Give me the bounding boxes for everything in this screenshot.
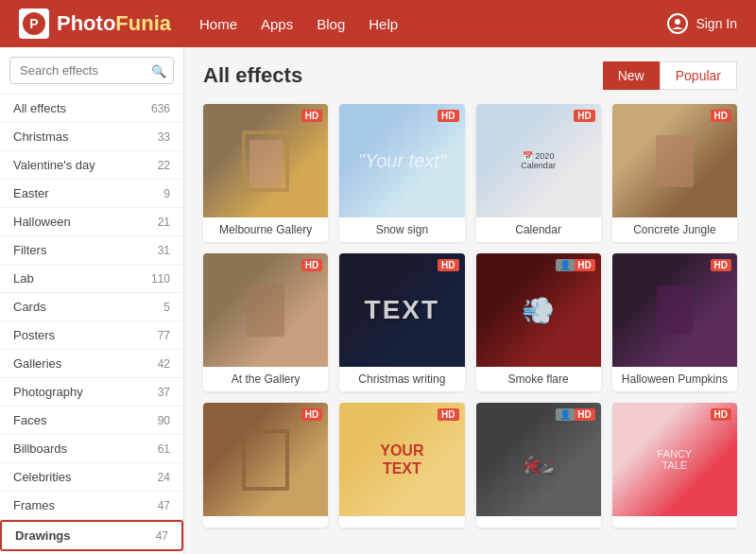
effect-name — [476, 516, 601, 528]
sidebar-count-easter: 9 — [163, 187, 170, 200]
hd-badge: HD — [438, 408, 458, 421]
sidebar-count-galleries: 42 — [158, 357, 170, 371]
sidebar-count-cards: 5 — [163, 301, 170, 314]
filter-popular-button[interactable]: Popular — [660, 61, 737, 90]
effect-name: Halloween Pumpkins — [612, 367, 737, 391]
sidebar-item-drawings[interactable]: Drawings 47 — [0, 520, 183, 551]
user-badge: 👤 — [556, 259, 575, 271]
sidebar-label-filters: Filters — [13, 243, 46, 257]
filter-new-button[interactable]: New — [603, 61, 660, 90]
effect-image-wrapper: HD — [203, 104, 328, 217]
sidebar-item-halloween[interactable]: Halloween 21 — [0, 208, 183, 236]
sidebar-label-faces: Faces — [13, 413, 46, 427]
sidebar-label-photography: Photography — [13, 385, 83, 399]
effect-name — [612, 516, 737, 528]
sidebar-item-christmas[interactable]: Christmas 33 — [0, 123, 183, 151]
logo-text: PhotoFunia — [57, 11, 171, 36]
effect-name — [203, 516, 328, 528]
logo[interactable]: P PhotoFunia — [19, 9, 171, 39]
sidebar-item-filters[interactable]: Filters 31 — [0, 236, 183, 265]
effect-name: Snow sign — [339, 217, 464, 242]
effect-name: At the Gallery — [203, 367, 328, 391]
effect-card-10[interactable]: 🏍️ HD 👤 — [476, 403, 601, 528]
effect-card-calendar[interactable]: 📅 2020Calendar HD Calendar — [476, 104, 601, 242]
effect-card-at-the-gallery[interactable]: HD At the Gallery — [203, 253, 328, 391]
hd-badge: HD — [301, 408, 322, 421]
effect-card-smoke-flare[interactable]: 💨 HD 👤 Smoke flare — [476, 253, 601, 391]
sidebar-item-all-effects[interactable]: All effects 636 — [0, 95, 183, 123]
sidebar-item-photography[interactable]: Photography 37 — [0, 378, 183, 407]
sidebar-label-christmas: Christmas — [13, 130, 69, 144]
effect-image-wrapper: HD — [203, 403, 328, 516]
effect-image-wrapper: HD — [612, 104, 737, 217]
sidebar-count-valentines: 22 — [158, 159, 170, 172]
sidebar-count-all-effects: 636 — [151, 102, 170, 115]
sidebar-count-frames: 47 — [158, 499, 170, 512]
effect-card-melbourne-gallery[interactable]: HD Melbourne Gallery — [203, 104, 328, 242]
content-header: All effects New Popular — [203, 61, 737, 90]
effect-card-9[interactable]: YOURTEXT HD — [339, 403, 464, 528]
svg-text:P: P — [29, 16, 38, 31]
sidebar-item-faces[interactable]: Faces 90 — [0, 407, 183, 435]
effects-grid: HD Melbourne Gallery "Your text" HD Snow… — [203, 104, 737, 528]
hd-badge: HD — [574, 259, 594, 271]
effect-image-wrapper: HD — [612, 253, 737, 367]
sidebar-item-easter[interactable]: Easter 9 — [0, 180, 183, 208]
effect-name: Melbourne Gallery — [203, 217, 328, 242]
user-badge: 👤 — [556, 408, 575, 421]
effect-card-11[interactable]: FANCYTALE HD — [612, 403, 737, 528]
sidebar-item-valentines[interactable]: Valentine's day 22 — [0, 151, 183, 180]
effect-card-christmas-writing[interactable]: TEXT HD Christmas writing — [339, 253, 464, 391]
sidebar-item-cards[interactable]: Cards 5 — [0, 293, 183, 321]
effect-card-concrete-jungle[interactable]: HD Concrete Jungle — [612, 104, 737, 242]
effect-image-wrapper: 🏍️ HD 👤 — [476, 403, 601, 516]
sidebar-item-lab[interactable]: Lab 110 — [0, 265, 183, 293]
search-box: 🔍 — [0, 47, 183, 95]
sidebar-item-galleries[interactable]: Galleries 42 — [0, 350, 183, 378]
nav-blog[interactable]: Blog — [317, 16, 345, 32]
svg-point-2 — [675, 19, 680, 25]
search-icon: 🔍 — [151, 63, 166, 78]
effect-name: Concrete Jungle — [612, 217, 737, 242]
nav-apps[interactable]: Apps — [261, 16, 293, 32]
effect-card-snow-sign[interactable]: "Your text" HD Snow sign — [339, 104, 464, 242]
hd-badge: HD — [301, 110, 322, 122]
nav: Home Apps Blog Help — [199, 16, 667, 32]
hd-badge: HD — [438, 110, 458, 122]
effect-name: Smoke flare — [476, 367, 601, 391]
sidebar-count-faces: 90 — [158, 414, 170, 427]
nav-home[interactable]: Home — [199, 16, 237, 32]
sidebar-label-halloween: Halloween — [13, 215, 71, 229]
sidebar-count-halloween: 21 — [158, 216, 170, 229]
effect-image-wrapper: 💨 HD 👤 — [476, 253, 601, 367]
hd-badge: HD — [711, 259, 731, 271]
effect-name — [339, 516, 464, 528]
page-title: All effects — [203, 63, 302, 88]
sidebar-item-frames[interactable]: Frames 47 — [0, 492, 183, 520]
user-icon — [667, 13, 688, 34]
sidebar-count-billboards: 61 — [158, 442, 170, 456]
sidebar-count-celebrities: 24 — [158, 471, 170, 484]
sidebar: 🔍 All effects 636 Christmas 33 Valentine… — [0, 47, 184, 554]
sidebar-count-drawings: 47 — [156, 529, 168, 543]
sidebar-count-christmas: 33 — [158, 130, 170, 144]
hd-badge: HD — [574, 110, 594, 122]
effect-image-wrapper: "Your text" HD — [339, 104, 464, 217]
effect-name: Christmas writing — [339, 367, 464, 391]
hd-badge: HD — [711, 110, 731, 122]
effect-card-halloween-pumpkins[interactable]: HD Halloween Pumpkins — [612, 253, 737, 391]
sidebar-item-billboards[interactable]: Billboards 61 — [0, 435, 183, 463]
effect-image-wrapper: HD — [203, 253, 328, 367]
sidebar-label-all-effects: All effects — [13, 101, 66, 115]
effect-card-8[interactable]: HD — [203, 403, 328, 528]
search-input[interactable] — [9, 57, 174, 84]
nav-help[interactable]: Help — [369, 16, 398, 32]
sidebar-item-celebrities[interactable]: Celebrities 24 — [0, 463, 183, 492]
sidebar-count-filters: 31 — [158, 244, 170, 257]
effect-image-wrapper: YOURTEXT HD — [339, 403, 464, 516]
hd-badge: HD — [574, 408, 594, 421]
sidebar-label-galleries: Galleries — [13, 356, 61, 371]
sidebar-item-posters[interactable]: Posters 77 — [0, 321, 183, 350]
sign-in-button[interactable]: Sign In — [667, 13, 737, 34]
main-content: All effects New Popular HD Melbourne Gal… — [184, 47, 756, 554]
